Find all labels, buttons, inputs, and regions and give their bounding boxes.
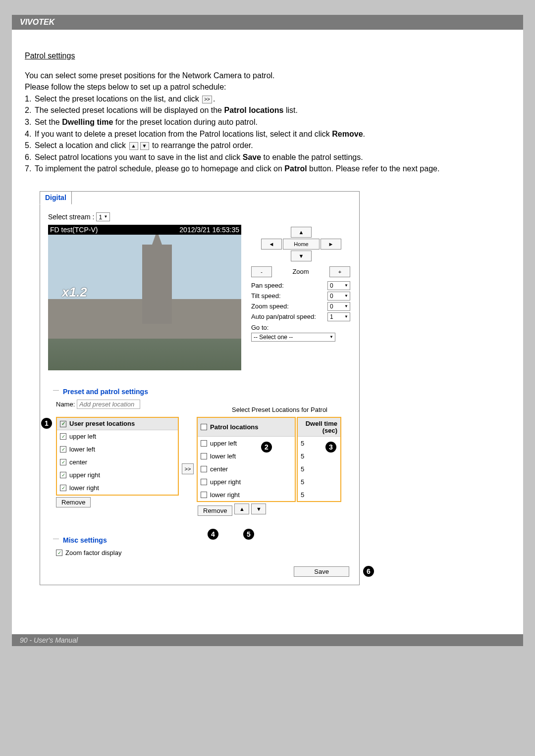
step-list: 1. Select the preset locations on the li… (25, 94, 510, 174)
checkbox-icon[interactable] (201, 440, 207, 447)
save-button[interactable]: Save (294, 566, 349, 577)
checkbox-icon[interactable] (201, 424, 207, 430)
dwell-cell[interactable]: 5 (298, 462, 340, 475)
zoom-factor-overlay: x1.2 (62, 284, 87, 301)
user-preset-header: User preset locations (69, 419, 135, 428)
zoom-speed-label: Zoom speed: (251, 302, 289, 311)
auto-speed-select[interactable]: 1 (327, 312, 350, 321)
step-number: 3. (25, 117, 35, 128)
step-number: 4. (25, 129, 35, 140)
dwell-cell[interactable]: 5 (298, 488, 340, 501)
list-item[interactable]: ✓center (57, 456, 178, 469)
zoom-label: Zoom (292, 267, 309, 276)
ptz-right-button[interactable]: ► (321, 239, 341, 250)
zoom-in-button[interactable]: + (329, 266, 350, 277)
stream-selector-row: Select stream : 1 (48, 212, 351, 222)
misc-legend: Misc settings (61, 536, 109, 545)
misc-fieldset: Misc settings ✓ Zoom factor display (47, 535, 352, 557)
overlay-title: FD test(TCP-V) (50, 225, 98, 235)
preset-lists: 1 ✓User preset locations ✓upper left ✓lo… (56, 417, 352, 516)
list-item[interactable]: ✓lower left (57, 443, 178, 456)
transfer-icon: >> (202, 96, 212, 103)
list-item[interactable]: upper left (198, 437, 295, 450)
patrol-locations-list: Patrol locations upper left lower left c… (197, 417, 296, 502)
checkbox-icon[interactable]: ✓ (60, 459, 66, 465)
stream-label: Select stream : (48, 213, 94, 221)
pan-speed-select[interactable]: 0 (327, 281, 350, 290)
up-icon: ▲ (129, 142, 138, 150)
callout-6: 6 (363, 566, 374, 577)
checkbox-icon[interactable] (201, 492, 207, 498)
preset-legend: Preset and patrol settings (61, 387, 150, 397)
step-text: Select patrol locations you want to save… (35, 152, 510, 163)
step-text: Select a location and click ▲▼ to rearra… (35, 140, 510, 151)
goto-select[interactable]: -- Select one -- (251, 333, 335, 342)
step-text: To implement the patrol schedule, please… (35, 163, 510, 174)
settings-panel: Digital Select stream : 1 FD test(TCP-V)… (40, 191, 360, 586)
section-title: Patrol settings (25, 50, 510, 61)
user-preset-list: ✓User preset locations ✓upper left ✓lowe… (56, 417, 179, 496)
checkbox-icon[interactable]: ✓ (60, 446, 66, 453)
goto-label: Go to: (251, 323, 351, 332)
zoom-out-button[interactable]: - (251, 266, 272, 277)
tilt-speed-label: Tilt speed: (251, 292, 281, 301)
ptz-down-button[interactable]: ▼ (291, 251, 312, 261)
checkbox-icon[interactable] (201, 479, 207, 485)
checkbox-icon[interactable] (201, 466, 207, 472)
step-number: 7. (25, 163, 35, 174)
list-item[interactable]: lower left (198, 450, 295, 462)
list-item[interactable]: ✓lower right (57, 482, 178, 495)
auto-speed-label: Auto pan/patrol speed: (251, 312, 316, 321)
move-up-button[interactable]: ▲ (234, 504, 249, 514)
overlay-timestamp: 2012/3/21 16:53:35 (179, 225, 239, 235)
intro-line: Please follow the steps below to set up … (25, 82, 510, 93)
checkbox-icon[interactable] (201, 453, 207, 459)
checkbox-icon[interactable]: ✓ (60, 433, 66, 440)
step-text: Select the preset locations on the list,… (35, 94, 510, 104)
down-icon: ▼ (140, 142, 149, 150)
transfer-button[interactable]: >> (182, 463, 194, 474)
video-preview: FD test(TCP-V) 2012/3/21 16:53:35 x1.2 (48, 225, 241, 370)
step-number: 1. (25, 94, 35, 104)
pan-speed-label: Pan speed: (251, 281, 284, 290)
step-number: 6. (25, 152, 35, 163)
dwell-cell[interactable]: 5 (298, 450, 340, 462)
callout-1: 1 (41, 418, 52, 429)
tab-digital[interactable]: Digital (40, 191, 72, 204)
remove-patrol-button[interactable]: Remove (198, 505, 232, 516)
page-footer: 90 - User's Manual (12, 634, 523, 646)
preset-name-input[interactable] (77, 400, 140, 409)
step-number: 2. (25, 105, 35, 116)
stream-select[interactable]: 1 (96, 212, 109, 221)
checkbox-icon[interactable]: ✓ (60, 421, 66, 427)
zoom-factor-label: Zoom factor display (65, 549, 121, 557)
preview-image: FD test(TCP-V) 2012/3/21 16:53:35 x1.2 (48, 225, 241, 370)
dwell-time-list: Dwell time(sec) 5 5 5 5 5 (297, 417, 341, 502)
manual-page: VIVOTEK Patrol settings You can select s… (12, 15, 523, 639)
ptz-left-button[interactable]: ◄ (261, 239, 282, 250)
zoom-factor-checkbox[interactable]: ✓ (56, 550, 62, 556)
checkbox-icon[interactable]: ✓ (60, 485, 66, 491)
remove-preset-button[interactable]: Remove (56, 497, 91, 507)
checkbox-icon[interactable]: ✓ (60, 472, 66, 478)
list-item[interactable]: ✓upper right (57, 469, 178, 482)
dwell-cell[interactable]: 5 (298, 475, 340, 488)
select-patrol-label: Select Preset Locations for Patrol (232, 405, 327, 414)
ptz-controls: ▲ ◄ Home ► ▼ - Zoom + (251, 225, 351, 370)
patrol-header: Patrol locations (210, 423, 259, 432)
dwell-header-unit: (sec) (322, 427, 337, 434)
preset-fieldset: Preset and patrol settings Name: Select … (47, 386, 352, 516)
list-item[interactable]: center (198, 462, 295, 475)
list-item[interactable]: upper right (198, 475, 295, 488)
list-item[interactable]: lower right (198, 488, 295, 501)
ptz-home-button[interactable]: Home (283, 239, 320, 250)
ptz-up-button[interactable]: ▲ (291, 227, 312, 238)
zoom-speed-select[interactable]: 0 (327, 302, 350, 311)
tilt-speed-select[interactable]: 0 (327, 292, 350, 301)
step-text: The selected preset locations will be di… (35, 105, 510, 116)
dwell-header: Dwell time (306, 420, 337, 427)
list-item[interactable]: ✓upper left (57, 430, 178, 443)
header-brand: VIVOTEK (12, 15, 523, 30)
intro-line: You can select some preset positions for… (25, 70, 510, 81)
move-down-button[interactable]: ▼ (251, 504, 266, 514)
